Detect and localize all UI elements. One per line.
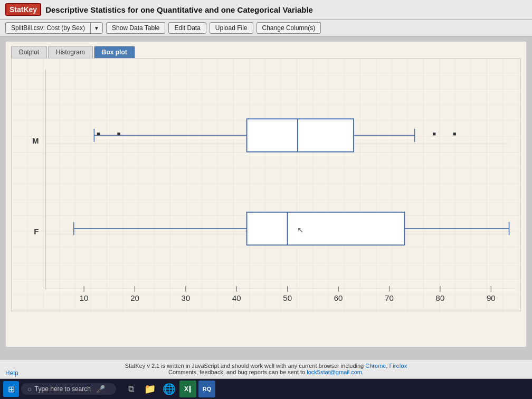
search-icon: ○ — [27, 385, 32, 393]
footer-text2: Comments, feedback, and bug reports can … — [168, 369, 364, 375]
dataset-button[interactable]: SplitBill.csv: Cost (by Sex) ▼ — [5, 22, 103, 34]
firefox-link[interactable]: Firefox — [390, 363, 407, 369]
svg-text:40: 40 — [232, 294, 241, 302]
svg-text:20: 20 — [130, 294, 139, 302]
footer-text: StatKey v 2.1 is written in JavaScript a… — [125, 363, 407, 369]
rq-button[interactable]: RQ — [198, 381, 215, 397]
tab-dotplot[interactable]: Dotplot — [11, 46, 47, 58]
svg-text:F: F — [34, 227, 39, 236]
task-view-button[interactable]: ⧉ — [122, 381, 139, 397]
taskbar: ⊞ ○ Type here to search 🎤 ⧉ 📁 🌐 X∥ RQ — [0, 379, 532, 399]
svg-text:80: 80 — [436, 294, 445, 302]
excel-button[interactable]: X∥ — [179, 381, 196, 397]
header-bar: StatKey Descriptive Statistics for one Q… — [0, 0, 532, 20]
file-explorer-button[interactable]: 📁 — [141, 381, 158, 397]
svg-text:10: 10 — [80, 294, 89, 302]
dataset-name[interactable]: SplitBill.csv: Cost (by Sex) — [6, 23, 90, 33]
svg-text:70: 70 — [385, 294, 394, 302]
chart-area: 10 20 30 40 50 60 70 80 90 M F — [11, 58, 521, 311]
svg-text:50: 50 — [283, 294, 292, 302]
taskbar-search-box[interactable]: ○ Type here to search 🎤 — [21, 383, 116, 395]
footer: StatKey v 2.1 is written in JavaScript a… — [0, 360, 532, 378]
svg-text:90: 90 — [487, 294, 496, 302]
show-data-table-button[interactable]: Show Data Table — [106, 22, 166, 34]
dataset-dropdown-arrow[interactable]: ▼ — [90, 23, 102, 33]
change-columns-button[interactable]: Change Column(s) — [256, 22, 321, 34]
microphone-icon: 🎤 — [94, 385, 107, 393]
chrome-link[interactable]: Chrome — [365, 363, 386, 369]
svg-rect-32 — [433, 132, 435, 135]
svg-rect-31 — [117, 132, 120, 135]
tab-histogram[interactable]: Histogram — [48, 46, 93, 58]
search-placeholder: Type here to search — [35, 385, 91, 393]
svg-rect-38 — [247, 212, 405, 245]
tab-boxplot[interactable]: Box plot — [94, 46, 135, 58]
page-title: Descriptive Statistics for one Quantitat… — [45, 5, 313, 14]
chrome-button[interactable]: 🌐 — [160, 381, 177, 397]
svg-text:M: M — [32, 137, 39, 145]
main-content: Dotplot Histogram Box plot 10 20 30 40 5… — [5, 41, 527, 347]
start-button[interactable]: ⊞ — [3, 381, 19, 397]
chart-tabs: Dotplot Histogram Box plot — [6, 42, 526, 58]
taskbar-apps: ⧉ 📁 🌐 X∥ RQ — [122, 381, 215, 397]
svg-rect-33 — [453, 132, 456, 135]
help-link[interactable]: Help — [5, 369, 18, 377]
svg-text:↖: ↖ — [297, 226, 304, 235]
svg-rect-28 — [247, 119, 354, 151]
chart-svg: 10 20 30 40 50 60 70 80 90 M F — [12, 59, 520, 311]
email-link[interactable]: lock5stat@gmail.com. — [307, 369, 364, 375]
svg-text:30: 30 — [182, 294, 191, 302]
statkey-logo: StatKey — [5, 3, 41, 16]
edit-data-button[interactable]: Edit Data — [168, 22, 206, 34]
svg-text:60: 60 — [334, 294, 343, 302]
upload-file-button[interactable]: Upload File — [210, 22, 253, 34]
toolbar: SplitBill.csv: Cost (by Sex) ▼ Show Data… — [0, 20, 532, 37]
svg-rect-30 — [97, 132, 100, 135]
